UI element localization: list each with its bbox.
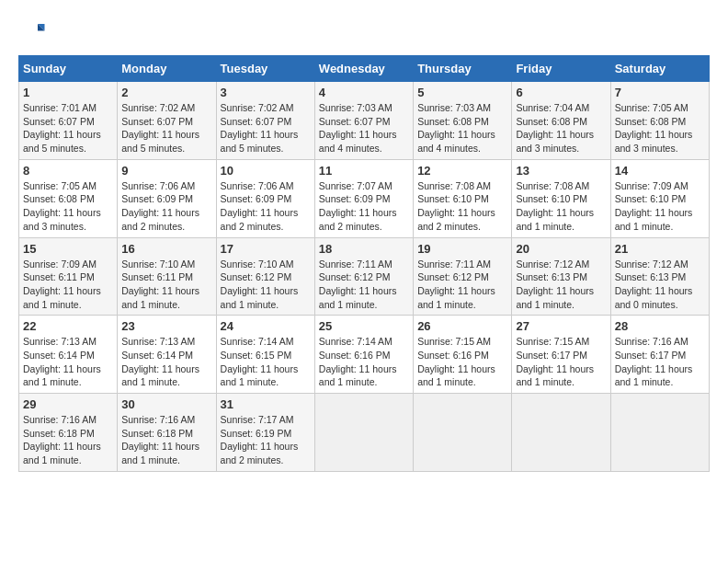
day-number: 15: [23, 242, 113, 256]
day-number: 19: [417, 242, 507, 256]
day-info: Sunrise: 7:17 AMSunset: 6:19 PMDaylight:…: [221, 413, 311, 467]
table-row: 19Sunrise: 7:11 AMSunset: 6:12 PMDayligh…: [414, 237, 512, 316]
logo: [18, 18, 50, 46]
day-number: 3: [221, 86, 311, 99]
table-row: 28Sunrise: 7:16 AMSunset: 6:17 PMDayligh…: [610, 316, 709, 394]
table-row: 7Sunrise: 7:05 AMSunset: 6:08 PMDaylight…: [610, 82, 709, 160]
calendar: Sunday Monday Tuesday Wednesday Thursday…: [18, 55, 710, 472]
day-number: 7: [615, 86, 705, 99]
day-info: Sunrise: 7:03 AMSunset: 6:07 PMDaylight:…: [319, 101, 409, 155]
logo-icon: [18, 18, 46, 46]
day-info: Sunrise: 7:14 AMSunset: 6:15 PMDaylight:…: [221, 335, 311, 389]
calendar-week-row: 22Sunrise: 7:13 AMSunset: 6:14 PMDayligh…: [19, 316, 710, 394]
table-row: [414, 394, 512, 472]
calendar-week-row: 1Sunrise: 7:01 AMSunset: 6:07 PMDaylight…: [19, 82, 710, 160]
col-tuesday: Tuesday: [216, 56, 314, 82]
day-number: 16: [121, 242, 211, 256]
day-info: Sunrise: 7:12 AMSunset: 6:13 PMDaylight:…: [615, 258, 705, 312]
day-info: Sunrise: 7:02 AMSunset: 6:07 PMDaylight:…: [121, 101, 211, 155]
table-row: 5Sunrise: 7:03 AMSunset: 6:08 PMDaylight…: [414, 82, 512, 160]
table-row: 2Sunrise: 7:02 AMSunset: 6:07 PMDaylight…: [118, 82, 216, 160]
day-number: 18: [319, 242, 409, 256]
day-number: 10: [221, 164, 311, 178]
calendar-week-row: 8Sunrise: 7:05 AMSunset: 6:08 PMDaylight…: [19, 159, 710, 237]
day-info: Sunrise: 7:08 AMSunset: 6:10 PMDaylight:…: [516, 179, 606, 234]
table-row: 6Sunrise: 7:04 AMSunset: 6:08 PMDaylight…: [512, 82, 610, 160]
table-row: 15Sunrise: 7:09 AMSunset: 6:11 PMDayligh…: [19, 237, 118, 316]
day-info: Sunrise: 7:13 AMSunset: 6:14 PMDaylight:…: [23, 335, 113, 389]
day-info: Sunrise: 7:07 AMSunset: 6:09 PMDaylight:…: [319, 179, 409, 234]
table-row: 24Sunrise: 7:14 AMSunset: 6:15 PMDayligh…: [216, 316, 314, 394]
day-number: 28: [615, 319, 705, 333]
table-row: 17Sunrise: 7:10 AMSunset: 6:12 PMDayligh…: [216, 237, 314, 316]
table-row: 30Sunrise: 7:16 AMSunset: 6:18 PMDayligh…: [118, 394, 216, 472]
day-info: Sunrise: 7:11 AMSunset: 6:12 PMDaylight:…: [319, 258, 409, 312]
day-info: Sunrise: 7:05 AMSunset: 6:08 PMDaylight:…: [615, 101, 705, 155]
day-info: Sunrise: 7:15 AMSunset: 6:17 PMDaylight:…: [516, 335, 606, 389]
table-row: 25Sunrise: 7:14 AMSunset: 6:16 PMDayligh…: [314, 316, 413, 394]
table-row: 3Sunrise: 7:02 AMSunset: 6:07 PMDaylight…: [216, 82, 314, 160]
table-row: [610, 394, 709, 472]
day-info: Sunrise: 7:12 AMSunset: 6:13 PMDaylight:…: [516, 258, 606, 312]
day-number: 12: [417, 164, 507, 178]
table-row: 8Sunrise: 7:05 AMSunset: 6:08 PMDaylight…: [19, 159, 118, 237]
day-number: 22: [23, 319, 113, 333]
day-number: 5: [417, 86, 507, 99]
table-row: [512, 394, 610, 472]
day-number: 4: [319, 86, 409, 99]
day-number: 13: [516, 164, 606, 178]
table-row: 29Sunrise: 7:16 AMSunset: 6:18 PMDayligh…: [19, 394, 118, 472]
day-number: 8: [23, 164, 113, 178]
page-header: [18, 18, 710, 46]
table-row: 14Sunrise: 7:09 AMSunset: 6:10 PMDayligh…: [610, 159, 709, 237]
day-number: 25: [319, 319, 409, 333]
col-monday: Monday: [118, 56, 216, 82]
day-number: 24: [221, 319, 311, 333]
day-info: Sunrise: 7:09 AMSunset: 6:10 PMDaylight:…: [615, 179, 705, 234]
day-info: Sunrise: 7:02 AMSunset: 6:07 PMDaylight:…: [221, 101, 311, 155]
table-row: 26Sunrise: 7:15 AMSunset: 6:16 PMDayligh…: [414, 316, 512, 394]
table-row: 23Sunrise: 7:13 AMSunset: 6:14 PMDayligh…: [118, 316, 216, 394]
day-number: 17: [221, 242, 311, 256]
day-number: 27: [516, 319, 606, 333]
day-number: 31: [221, 397, 311, 411]
table-row: 27Sunrise: 7:15 AMSunset: 6:17 PMDayligh…: [512, 316, 610, 394]
table-row: 13Sunrise: 7:08 AMSunset: 6:10 PMDayligh…: [512, 159, 610, 237]
day-number: 6: [516, 86, 606, 99]
day-info: Sunrise: 7:04 AMSunset: 6:08 PMDaylight:…: [516, 101, 606, 155]
day-number: 23: [121, 319, 211, 333]
day-number: 14: [615, 164, 705, 178]
day-info: Sunrise: 7:08 AMSunset: 6:10 PMDaylight:…: [417, 179, 507, 234]
calendar-header-row: Sunday Monday Tuesday Wednesday Thursday…: [19, 56, 710, 82]
col-sunday: Sunday: [19, 56, 118, 82]
day-info: Sunrise: 7:11 AMSunset: 6:12 PMDaylight:…: [417, 258, 507, 312]
table-row: 22Sunrise: 7:13 AMSunset: 6:14 PMDayligh…: [19, 316, 118, 394]
day-info: Sunrise: 7:06 AMSunset: 6:09 PMDaylight:…: [121, 179, 211, 234]
table-row: 31Sunrise: 7:17 AMSunset: 6:19 PMDayligh…: [216, 394, 314, 472]
day-info: Sunrise: 7:06 AMSunset: 6:09 PMDaylight:…: [221, 179, 311, 234]
col-saturday: Saturday: [610, 56, 709, 82]
day-info: Sunrise: 7:10 AMSunset: 6:12 PMDaylight:…: [221, 258, 311, 312]
day-info: Sunrise: 7:03 AMSunset: 6:08 PMDaylight:…: [417, 101, 507, 155]
day-info: Sunrise: 7:14 AMSunset: 6:16 PMDaylight:…: [319, 335, 409, 389]
day-info: Sunrise: 7:13 AMSunset: 6:14 PMDaylight:…: [121, 335, 211, 389]
day-number: 21: [615, 242, 705, 256]
day-number: 11: [319, 164, 409, 178]
calendar-week-row: 15Sunrise: 7:09 AMSunset: 6:11 PMDayligh…: [19, 237, 710, 316]
day-info: Sunrise: 7:15 AMSunset: 6:16 PMDaylight:…: [417, 335, 507, 389]
table-row: [314, 394, 413, 472]
table-row: 4Sunrise: 7:03 AMSunset: 6:07 PMDaylight…: [314, 82, 413, 160]
col-friday: Friday: [512, 56, 610, 82]
table-row: 12Sunrise: 7:08 AMSunset: 6:10 PMDayligh…: [414, 159, 512, 237]
table-row: 10Sunrise: 7:06 AMSunset: 6:09 PMDayligh…: [216, 159, 314, 237]
day-info: Sunrise: 7:05 AMSunset: 6:08 PMDaylight:…: [23, 179, 113, 234]
day-info: Sunrise: 7:16 AMSunset: 6:18 PMDaylight:…: [23, 413, 113, 467]
day-info: Sunrise: 7:16 AMSunset: 6:17 PMDaylight:…: [615, 335, 705, 389]
day-info: Sunrise: 7:01 AMSunset: 6:07 PMDaylight:…: [23, 101, 113, 155]
table-row: 16Sunrise: 7:10 AMSunset: 6:11 PMDayligh…: [118, 237, 216, 316]
day-info: Sunrise: 7:10 AMSunset: 6:11 PMDaylight:…: [121, 258, 211, 312]
day-number: 26: [417, 319, 507, 333]
day-number: 30: [121, 397, 211, 411]
table-row: 1Sunrise: 7:01 AMSunset: 6:07 PMDaylight…: [19, 82, 118, 160]
table-row: 18Sunrise: 7:11 AMSunset: 6:12 PMDayligh…: [314, 237, 413, 316]
